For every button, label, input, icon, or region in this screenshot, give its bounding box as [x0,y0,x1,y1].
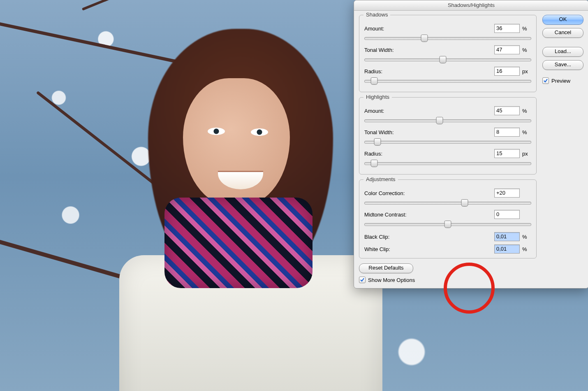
label-white-clip: White Clip: [364,246,494,252]
unit: % [522,129,531,135]
slider-shadows-amount[interactable] [364,34,531,42]
label-highlights-radius: Radius: [364,151,494,157]
preview-label: Preview [551,78,570,84]
reset-defaults-button[interactable]: Reset Defaults [359,263,413,273]
unit: % [522,234,531,240]
slider-shadows-tonal[interactable] [364,56,531,63]
slider-shadows-radius[interactable] [364,77,531,84]
label-highlights-amount: Amount: [364,108,494,114]
unit: % [522,47,531,53]
label-shadows-amount: Amount: [364,26,494,32]
unit: px [522,151,531,157]
input-shadows-tonal[interactable] [494,45,520,54]
group-legend: Adjustments [363,176,398,182]
group-adjustments: Adjustments Color Correction: Midtone Co… [359,179,537,258]
checkbox-icon [359,277,366,283]
input-shadows-radius[interactable] [494,67,520,76]
input-highlights-tonal[interactable] [494,128,520,137]
input-color-correction[interactable] [494,189,520,198]
slider-highlights-amount[interactable] [364,116,531,124]
shadows-highlights-dialog: Shadows/Highlights Shadows Amount: % Ton… [354,0,588,289]
label-midtone-contrast: Midtone Contrast: [364,212,494,218]
input-midtone-contrast[interactable] [494,210,520,219]
show-more-options-label: Show More Options [368,277,415,283]
input-shadows-amount[interactable] [494,24,520,33]
input-highlights-amount[interactable] [494,106,520,115]
slider-midtone-contrast[interactable] [364,220,531,228]
input-white-clip[interactable] [494,244,520,254]
cancel-button[interactable]: Cancel [542,28,583,38]
unit: % [522,26,531,32]
group-shadows: Shadows Amount: % Tonal Width: % [359,15,537,92]
slider-highlights-tonal[interactable] [364,138,531,145]
load-button[interactable]: Load... [542,47,583,57]
unit: % [522,246,531,252]
photo-eye [208,128,225,135]
slider-highlights-radius[interactable] [364,159,531,167]
preview-checkbox[interactable]: Preview [542,77,583,84]
save-button[interactable]: Save... [542,60,583,70]
label-color-correction: Color Correction: [364,190,494,196]
dialog-title: Shadows/Highlights [354,0,588,11]
checkbox-icon [542,77,549,84]
input-black-clip[interactable] [494,232,520,241]
label-shadows-radius: Radius: [364,68,494,74]
label-highlights-tonal: Tonal Width: [364,129,494,135]
label-shadows-tonal: Tonal Width: [364,47,494,53]
photo-eye [251,128,268,136]
group-legend: Highlights [363,94,392,100]
label-black-clip: Black Clip: [364,234,494,240]
ok-button[interactable]: OK [542,15,583,25]
group-highlights: Highlights Amount: % Tonal Width: % [359,97,537,175]
group-legend: Shadows [363,12,390,18]
input-highlights-radius[interactable] [494,149,520,158]
unit: % [522,108,531,114]
show-more-options-checkbox[interactable]: Show More Options [359,277,537,283]
photo-scarf [164,198,313,288]
unit: px [522,68,531,74]
slider-color-correction[interactable] [364,199,531,206]
